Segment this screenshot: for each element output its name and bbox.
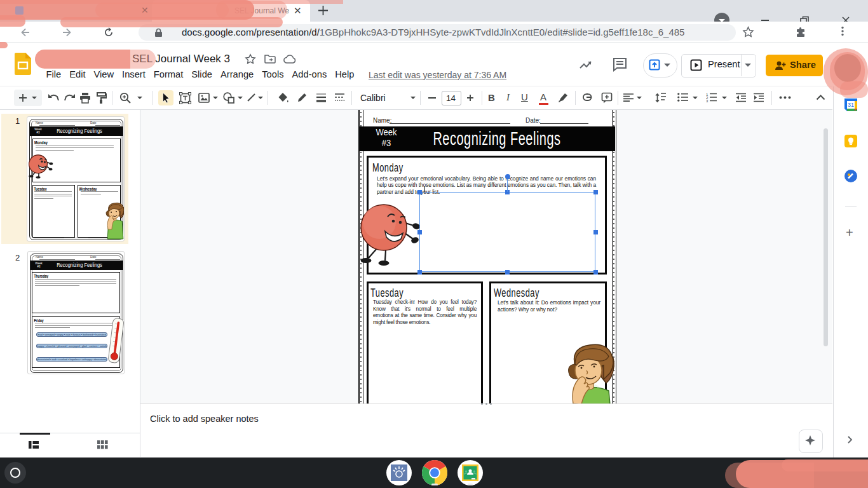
svg-text:31: 31 — [848, 102, 854, 108]
svg-text:3: 3 — [706, 99, 709, 102]
